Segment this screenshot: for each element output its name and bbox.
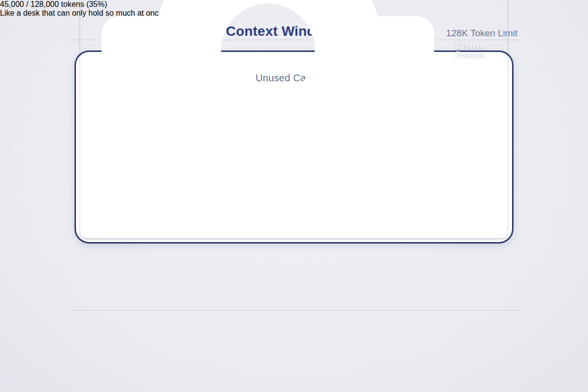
layer-system-prompt[interactable]: System Prompt [80, 0, 508, 238]
footer-divider [69, 310, 519, 311]
system-prompt-label: System Prompt [456, 42, 508, 59]
context-window-diagram: Context Window 128K Token Limit Unused C… [0, 0, 588, 392]
layer-stack: Referenced Files Conversation History [80, 0, 508, 238]
gear-icon [80, 0, 456, 238]
context-window-box: Unused Capacity [74, 50, 514, 244]
